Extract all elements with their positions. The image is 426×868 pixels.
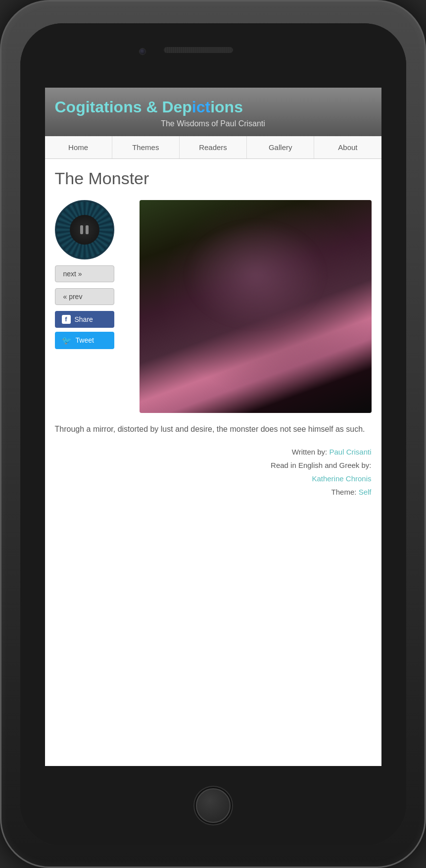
speaker-grille (164, 47, 233, 53)
nav-item-about[interactable]: About (314, 136, 381, 158)
next-button[interactable]: next » (55, 265, 114, 282)
share-label: Share (75, 315, 93, 323)
reader-link[interactable]: Katherine Chronis (312, 474, 371, 483)
twitter-icon: 🐦 (62, 336, 72, 345)
title-part2: ions (210, 98, 243, 116)
read-in-prefix: Read in English and Greek by: (271, 461, 371, 469)
social-buttons: f Share 🐦 Tweet (55, 311, 114, 349)
site-title: Cogitations & Depictions (55, 98, 372, 116)
nav-bar: Home Themes Readers Gallery About (45, 136, 381, 159)
camera-lens (139, 48, 146, 55)
site-subtitle: The Wisdoms of Paul Crisanti (55, 119, 372, 128)
meta-section: Written by: Paul Crisanti Read in Englis… (55, 445, 372, 499)
nav-item-readers[interactable]: Readers (180, 136, 247, 158)
theme-prefix: Theme: (331, 488, 359, 496)
written-by-prefix: Written by: (292, 448, 330, 456)
avatar[interactable] (55, 200, 114, 259)
page-title: The Monster (55, 169, 372, 188)
theme-line: Theme: Self (55, 485, 372, 499)
main-content: The Monster (45, 159, 381, 766)
author-link[interactable]: Paul Crisanti (329, 448, 371, 456)
avatar-center (70, 215, 99, 245)
read-in-line: Read in English and Greek by: (55, 459, 372, 472)
theme-link[interactable]: Self (359, 488, 372, 496)
pause-bar-left (80, 225, 83, 234)
share-button[interactable]: f Share (55, 311, 114, 328)
pause-bar-right (86, 225, 89, 234)
site-header: Cogitations & Depictions The Wisdoms of … (45, 88, 381, 136)
tweet-label: Tweet (76, 336, 94, 344)
nav-item-themes[interactable]: Themes (112, 136, 180, 158)
description-text: Through a mirror, distorted by lust and … (55, 423, 372, 436)
bottom-bezel (20, 766, 406, 845)
portrait-image (140, 200, 372, 413)
phone-inner: Cogitations & Depictions The Wisdoms of … (20, 23, 406, 845)
main-image-container (140, 200, 372, 413)
content-layout: next » « prev f Share 🐦 Tweet (55, 200, 372, 413)
nav-item-home[interactable]: Home (45, 136, 112, 158)
top-bezel (20, 23, 406, 88)
home-button[interactable] (196, 788, 231, 823)
title-highlight: ict (192, 98, 210, 116)
left-panel: next » « prev f Share 🐦 Tweet (55, 200, 132, 413)
nav-item-gallery[interactable]: Gallery (247, 136, 314, 158)
tweet-button[interactable]: 🐦 Tweet (55, 332, 114, 349)
reader-line: Katherine Chronis (55, 472, 372, 485)
portrait-overlay2 (186, 221, 325, 328)
prev-button[interactable]: « prev (55, 288, 114, 305)
written-by-line: Written by: Paul Crisanti (55, 445, 372, 459)
phone-frame: Cogitations & Depictions The Wisdoms of … (0, 0, 426, 868)
pause-icon (80, 225, 89, 234)
title-part1: Cogitations & Dep (55, 98, 192, 116)
facebook-icon: f (62, 315, 71, 324)
screen: Cogitations & Depictions The Wisdoms of … (45, 88, 381, 766)
